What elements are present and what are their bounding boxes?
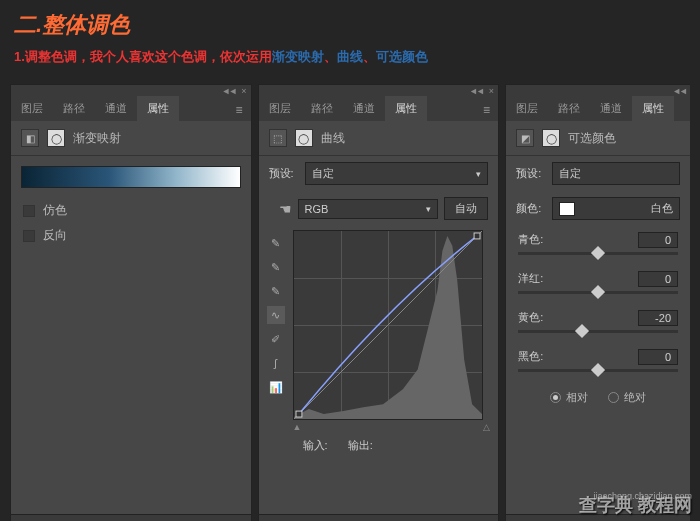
color-select[interactable]: 白色: [552, 197, 680, 220]
svg-rect-1: [296, 411, 302, 417]
preset-select[interactable]: 自定▾: [305, 162, 489, 185]
mask-icon[interactable]: ◯: [47, 129, 65, 147]
reverse-label: 反向: [43, 227, 67, 244]
adjustment-name: 渐变映射: [73, 130, 121, 147]
tab-channels[interactable]: 通道: [95, 96, 137, 121]
tab-layers[interactable]: 图层: [259, 96, 301, 121]
slider-track[interactable]: [518, 252, 678, 255]
slider-value[interactable]: -20: [638, 310, 678, 326]
tab-channels[interactable]: 通道: [590, 96, 632, 121]
absolute-radio[interactable]: 绝对: [608, 390, 646, 405]
collapse-icon[interactable]: ◄◄: [221, 86, 235, 96]
slider-track[interactable]: [518, 369, 678, 372]
smooth-tool-icon[interactable]: ∫: [267, 354, 285, 372]
slider-track[interactable]: [518, 291, 678, 294]
targeted-adjust-icon[interactable]: ☚: [279, 201, 292, 217]
slider-0: 青色:0: [506, 226, 690, 265]
menu-icon[interactable]: ≡: [228, 99, 251, 121]
curves-graph[interactable]: [293, 230, 483, 420]
section-subtitle: 1.调整色调，我个人喜欢这个色调，依次运用渐变映射、曲线、可选颜色: [14, 48, 686, 66]
slider-track[interactable]: [518, 330, 678, 333]
slider-label: 青色:: [518, 232, 543, 248]
collapse-icon[interactable]: ◄◄: [672, 86, 686, 96]
preset-label: 预设:: [516, 166, 546, 181]
slider-1: 洋红:0: [506, 265, 690, 304]
eyedropper-white-icon[interactable]: ✎: [267, 282, 285, 300]
slider-3: 黑色:0: [506, 343, 690, 382]
slider-label: 洋红:: [518, 271, 543, 287]
svg-rect-2: [474, 233, 480, 239]
pencil-tool-icon[interactable]: ✐: [267, 330, 285, 348]
slider-value[interactable]: 0: [638, 349, 678, 365]
tab-properties[interactable]: 属性: [385, 96, 427, 121]
tab-paths[interactable]: 路径: [548, 96, 590, 121]
channel-select[interactable]: RGB▾: [298, 199, 439, 219]
black-point-icon[interactable]: ▲: [293, 422, 302, 432]
adjustment-name: 可选颜色: [568, 130, 616, 147]
tab-properties[interactable]: 属性: [632, 96, 674, 121]
slider-label: 黑色:: [518, 349, 543, 365]
panel-selective-color: ◄◄ 图层 路径 通道 属性 ◩ ◯ 可选颜色 预设: 自定 颜色: 白色 青色…: [505, 84, 690, 521]
collapse-icon[interactable]: ◄◄: [469, 86, 483, 96]
menu-icon[interactable]: ≡: [475, 99, 498, 121]
watermark: 查字典 教程网: [579, 493, 692, 517]
reverse-checkbox[interactable]: [23, 230, 35, 242]
panel-tabs: 图层 路径 通道 属性 ≡: [11, 97, 251, 121]
adjustment-icon: ◧: [21, 129, 39, 147]
preset-select[interactable]: 自定: [552, 162, 680, 185]
close-icon[interactable]: ×: [489, 86, 494, 96]
mask-icon[interactable]: ◯: [542, 129, 560, 147]
section-title: 二.整体调色: [14, 10, 686, 40]
dither-label: 仿色: [43, 202, 67, 219]
preset-label: 预设:: [269, 166, 299, 181]
panel-gradient-map: ◄◄× 图层 路径 通道 属性 ≡ ◧ ◯ 渐变映射 仿色 反向 ◪ ◉ ↺ 👁…: [10, 84, 252, 521]
selective-color-icon: ◩: [516, 129, 534, 147]
tab-channels[interactable]: 通道: [343, 96, 385, 121]
eyedropper-black-icon[interactable]: ✎: [267, 234, 285, 252]
slider-label: 黄色:: [518, 310, 543, 326]
color-label: 颜色:: [516, 201, 546, 216]
white-point-icon[interactable]: △: [483, 422, 490, 432]
gradient-editor[interactable]: [21, 166, 241, 188]
slider-value[interactable]: 0: [638, 232, 678, 248]
tab-layers[interactable]: 图层: [506, 96, 548, 121]
slider-2: 黄色:-20: [506, 304, 690, 343]
mask-icon[interactable]: ◯: [295, 129, 313, 147]
auto-button[interactable]: 自动: [444, 197, 488, 220]
histogram-icon[interactable]: 📊: [267, 378, 285, 396]
dither-checkbox[interactable]: [23, 205, 35, 217]
tab-paths[interactable]: 路径: [53, 96, 95, 121]
tab-layers[interactable]: 图层: [11, 96, 53, 121]
eyedropper-gray-icon[interactable]: ✎: [267, 258, 285, 276]
close-icon[interactable]: ×: [241, 86, 246, 96]
curve-tool-icon[interactable]: ∿: [267, 306, 285, 324]
curves-icon: ⬚: [269, 129, 287, 147]
tab-properties[interactable]: 属性: [137, 96, 179, 121]
slider-value[interactable]: 0: [638, 271, 678, 287]
tab-paths[interactable]: 路径: [301, 96, 343, 121]
relative-radio[interactable]: 相对: [550, 390, 588, 405]
input-label: 输入:: [303, 438, 328, 453]
output-label: 输出:: [348, 438, 373, 453]
panel-curves: ◄◄× 图层 路径 通道 属性 ≡ ⬚ ◯ 曲线 预设: 自定▾ ☚ RGB▾ …: [258, 84, 500, 521]
adjustment-name: 曲线: [321, 130, 345, 147]
